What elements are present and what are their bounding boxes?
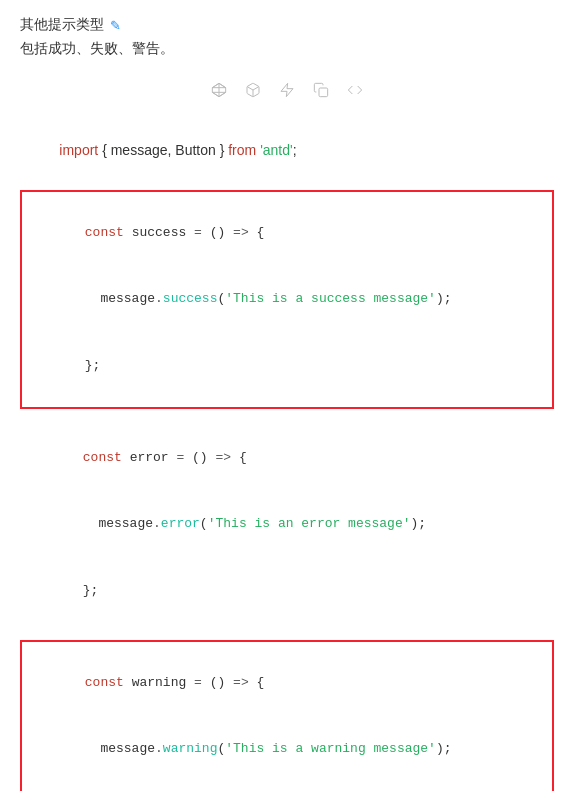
section-desc: 包括成功、失败、警告。 [20, 40, 554, 58]
section-title: 其他提示类型 [20, 16, 104, 34]
codesandbox-icon[interactable] [245, 82, 261, 102]
warning-code-block: const warning = () => { message.warning(… [20, 640, 554, 791]
code-line: }; [38, 782, 552, 791]
copy-icon[interactable] [313, 82, 329, 102]
svg-line-6 [212, 92, 219, 96]
import-line: import { message, Button } from 'antd'; [20, 118, 554, 182]
error-code-block: const error = () => { message.error('Thi… [20, 417, 554, 632]
code-line: message.success('This is a success messa… [38, 266, 552, 332]
success-code-block: const success = () => { message.success(… [20, 190, 554, 409]
code-icon[interactable] [347, 82, 363, 102]
svg-line-5 [219, 83, 226, 87]
codepen-icon[interactable] [211, 82, 227, 102]
toolbar [20, 74, 554, 110]
edit-icon[interactable]: ✎ [110, 18, 121, 33]
code-line: const error = () => { [36, 425, 554, 491]
code-line: }; [38, 333, 552, 399]
svg-line-7 [219, 92, 226, 96]
code-line: message.error('This is an error message'… [36, 491, 554, 557]
import-statement: import { message, Button } from 'antd'; [36, 126, 554, 174]
code-line: message.warning('This is a warning messa… [38, 716, 552, 782]
page-container: 其他提示类型 ✎ 包括成功、失败、警告。 [0, 0, 574, 791]
code-line: }; [36, 557, 554, 623]
svg-line-4 [212, 83, 219, 87]
svg-rect-10 [319, 88, 328, 97]
svg-marker-9 [281, 83, 293, 96]
section-title-row: 其他提示类型 ✎ [20, 16, 554, 34]
lightning-icon[interactable] [279, 82, 295, 102]
code-line: const warning = () => { [38, 650, 552, 716]
code-line: const success = () => { [38, 200, 552, 266]
